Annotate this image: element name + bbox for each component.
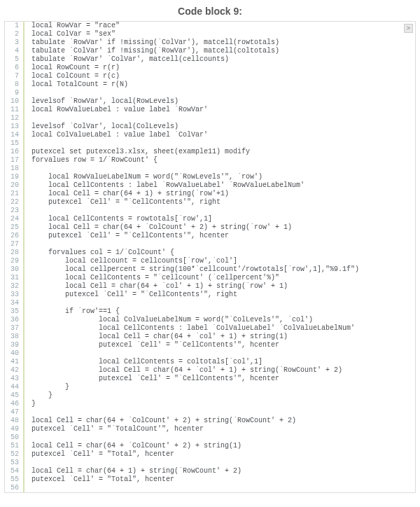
line-number: 46 <box>5 400 24 408</box>
line-number: 54 <box>5 467 24 475</box>
code-text: levelsof `ColVar', local(ColLevels) <box>24 123 178 131</box>
code-text: forvalues row = 1/`RowCount' { <box>24 156 158 165</box>
code-line: 15 <box>5 139 415 148</box>
code-line: 10levelsof `RowVar', local(RowLevels) <box>5 97 415 106</box>
code-text: local Cell = char(64 + `ColCount' + 2) +… <box>24 223 292 232</box>
code-line: 43 putexcel `Cell' = "`CellContents'", h… <box>5 375 415 383</box>
code-text: forvalues col = 1/`ColCount' { <box>24 249 174 257</box>
code-text: local ColValueLabel : value label `ColVa… <box>24 131 208 139</box>
code-text: putexcel `Cell' = "`CellContents'", hcen… <box>24 232 229 240</box>
code-line: 32 local Cell = char(64 + `col' + 1) + s… <box>5 282 415 291</box>
code-line: 11local RowValueLabel : value label `Row… <box>5 106 415 114</box>
code-line: 46} <box>5 400 415 408</box>
line-number: 13 <box>5 123 24 131</box>
code-text: local CellContents = coltotals[`col',1] <box>24 358 262 366</box>
line-number: 26 <box>5 232 24 240</box>
code-line: 31 local CellContents = "`cellcount' (`c… <box>5 274 415 282</box>
line-number: 36 <box>5 316 24 324</box>
line-number: 20 <box>5 181 24 190</box>
code-line: 8local TotalCount = r(N) <box>5 81 415 89</box>
line-number: 2 <box>5 30 24 39</box>
expand-icon[interactable]: > <box>404 24 413 33</box>
line-number: 47 <box>5 408 24 417</box>
line-number: 51 <box>5 442 24 450</box>
code-line: 36 local ColValueLabelNum = word("`ColLe… <box>5 316 415 324</box>
line-number: 35 <box>5 307 24 316</box>
line-number: 7 <box>5 72 24 81</box>
code-text: local Cell = char(64 + `col' + 1) + stri… <box>24 333 288 341</box>
line-number: 39 <box>5 341 24 349</box>
code-line: 39 putexcel `Cell' = "`CellContents'", h… <box>5 341 415 349</box>
line-number: 34 <box>5 299 24 307</box>
code-line: 4tabulate `ColVar' if !missing(`RowVar')… <box>5 47 415 55</box>
code-line: 38 local Cell = char(64 + `col' + 1) + s… <box>5 333 415 341</box>
code-text: putexcel `Cell' = "`CellContents'", righ… <box>24 198 220 207</box>
code-line: 24 local CellContents = rowtotals[`row',… <box>5 215 415 223</box>
line-number: 43 <box>5 375 24 383</box>
code-text: local CellContents = rowtotals[`row',1] <box>24 215 212 223</box>
line-number: 25 <box>5 223 24 232</box>
line-number: 17 <box>5 156 24 165</box>
code-line: 9 <box>5 89 415 97</box>
code-text: local ColVar = "sex" <box>24 30 115 39</box>
code-text: local RowCount = r(r) <box>24 64 120 72</box>
line-number: 53 <box>5 459 24 467</box>
line-number: 38 <box>5 333 24 341</box>
line-number: 29 <box>5 257 24 265</box>
line-number: 23 <box>5 207 24 215</box>
code-line: 48local Cell = char(64 + `ColCount' + 2)… <box>5 417 415 425</box>
code-text: putexcel `Cell' = "Total", hcenter <box>24 450 174 459</box>
line-number: 16 <box>5 148 24 156</box>
line-number: 28 <box>5 249 24 257</box>
code-line: 42 local Cell = char(64 + `col' + 1) + s… <box>5 366 415 375</box>
code-line: 45 } <box>5 391 415 400</box>
line-number: 41 <box>5 358 24 366</box>
code-line: 41 local CellContents = coltotals[`col',… <box>5 358 415 366</box>
code-text: local cellpercent = string(100*`cellcoun… <box>24 265 359 274</box>
code-text: } <box>24 400 36 408</box>
code-text: local ColValueLabelNum = word("`ColLevel… <box>24 316 313 324</box>
code-block-container: > 1local RowVar = "race"2local ColVar = … <box>4 21 416 493</box>
line-number: 52 <box>5 450 24 459</box>
line-number: 37 <box>5 324 24 333</box>
line-number: 12 <box>5 114 24 123</box>
code-line: 2local ColVar = "sex" <box>5 30 415 39</box>
code-line: 47 <box>5 408 415 417</box>
code-line: 23 <box>5 207 415 215</box>
code-line: 55putexcel `Cell' = "Total", hcenter <box>5 475 415 484</box>
code-line: 40 <box>5 349 415 358</box>
line-number: 5 <box>5 55 24 64</box>
code-text: } <box>24 383 69 391</box>
line-number: 31 <box>5 274 24 282</box>
code-line: 22 putexcel `Cell' = "`CellContents'", r… <box>5 198 415 207</box>
code-text: local CellContents : label `ColValueLabe… <box>24 324 355 333</box>
code-text: tabulate `ColVar' if !missing(`RowVar'),… <box>24 47 279 55</box>
line-number: 6 <box>5 64 24 72</box>
code-line: 13levelsof `ColVar', local(ColLevels) <box>5 123 415 131</box>
line-number: 24 <box>5 215 24 223</box>
code-text: local CellContents = "`cellcount' (`cell… <box>24 274 279 282</box>
code-line: 54local Cell = char(64 + 1) + string(`Ro… <box>5 467 415 475</box>
line-number: 48 <box>5 417 24 425</box>
code-line: 50 <box>5 433 415 442</box>
line-number: 3 <box>5 39 24 47</box>
line-number: 4 <box>5 47 24 55</box>
code-text: local RowValueLabel : value label `RowVa… <box>24 106 208 114</box>
code-line: 44 } <box>5 383 415 391</box>
code-text: local Cell = char(64 + 1) + string(`row'… <box>24 190 229 198</box>
code-text: putexcel `Cell' = "`CellContents'", righ… <box>24 291 237 299</box>
code-line: 53 <box>5 459 415 467</box>
code-text: local Cell = char(64 + `ColCount' + 2) +… <box>24 417 296 425</box>
code-text: putexcel `Cell' = "`CellContents'", hcen… <box>24 341 279 349</box>
line-number: 19 <box>5 173 24 181</box>
code-text: local Cell = char(64 + `col' + 1) + stri… <box>24 366 342 375</box>
line-number: 14 <box>5 131 24 139</box>
line-number: 10 <box>5 97 24 106</box>
line-number: 21 <box>5 190 24 198</box>
line-number: 40 <box>5 349 24 358</box>
code-line: 56 <box>5 484 415 492</box>
line-number: 33 <box>5 291 24 299</box>
code-line: 21 local Cell = char(64 + 1) + string(`r… <box>5 190 415 198</box>
code-block-title: Code block 9: <box>0 0 420 21</box>
code-text: local TotalCount = r(N) <box>24 81 128 89</box>
